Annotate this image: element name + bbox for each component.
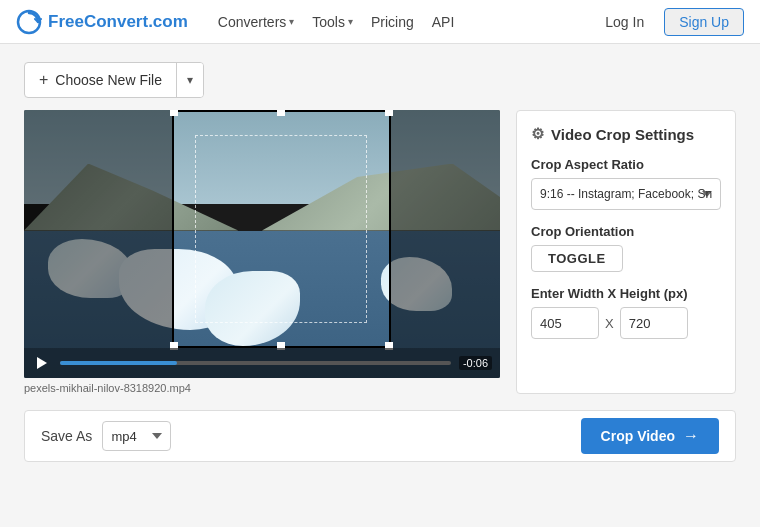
main-nav: Converters ▾ Tools ▾ Pricing API xyxy=(218,14,575,30)
choose-file-btn[interactable]: + Choose New File ▾ xyxy=(24,62,204,98)
nav-pricing[interactable]: Pricing xyxy=(371,14,414,30)
settings-panel: ⚙ Video Crop Settings Crop Aspect Ratio … xyxy=(516,110,736,394)
format-select[interactable]: mp4 avi mov mkv webm xyxy=(102,421,171,451)
logo-text: FreeConvert.com xyxy=(48,12,188,32)
choose-file-dropdown[interactable]: ▾ xyxy=(176,63,203,97)
bottom-bar: Save As mp4 avi mov mkv webm Crop Video … xyxy=(24,410,736,462)
crop-aspect-ratio-label: Crop Aspect Ratio xyxy=(531,157,721,172)
crop-overlay[interactable] xyxy=(24,110,500,348)
top-bar: + Choose New File ▾ xyxy=(24,62,736,98)
logo[interactable]: FreeConvert.com xyxy=(16,9,188,35)
play-icon xyxy=(37,357,47,369)
choose-file-label: Choose New File xyxy=(55,72,162,88)
gear-icon: ⚙ xyxy=(531,125,544,143)
chevron-down-icon: ▾ xyxy=(348,16,353,27)
dimensions-section: Enter Width X Height (px) 405 X 720 xyxy=(531,286,721,339)
progress-fill xyxy=(60,361,177,365)
video-container: -0:06 xyxy=(24,110,500,378)
login-button[interactable]: Log In xyxy=(595,9,654,35)
x-label: X xyxy=(605,316,614,331)
crop-video-button[interactable]: Crop Video → xyxy=(581,418,719,454)
chevron-down-icon: ▾ xyxy=(289,16,294,27)
crop-handle-tm[interactable] xyxy=(277,110,285,116)
nav-converters[interactable]: Converters ▾ xyxy=(218,14,294,30)
time-display: -0:06 xyxy=(459,356,492,370)
width-input[interactable]: 405 xyxy=(531,307,599,339)
play-button[interactable] xyxy=(32,353,52,373)
video-controls: -0:06 xyxy=(24,348,500,378)
crop-handle-tl[interactable] xyxy=(170,110,178,116)
dimensions-row: 405 X 720 xyxy=(531,307,721,339)
save-as-label: Save As xyxy=(41,428,92,444)
chevron-down-icon: ▾ xyxy=(187,73,193,87)
height-input[interactable]: 720 xyxy=(620,307,688,339)
signup-button[interactable]: Sign Up xyxy=(664,8,744,36)
nav-api[interactable]: API xyxy=(432,14,455,30)
crop-video-label: Crop Video xyxy=(601,428,675,444)
toggle-button[interactable]: TOGGLE xyxy=(531,245,623,272)
plus-icon: + xyxy=(39,71,48,89)
header-right: Log In Sign Up xyxy=(595,8,744,36)
settings-title-text: Video Crop Settings xyxy=(551,126,694,143)
crop-aspect-ratio-section: Crop Aspect Ratio 9:16 -- Instagram; Fac… xyxy=(531,157,721,210)
choose-file-main[interactable]: + Choose New File xyxy=(25,63,176,97)
logo-icon xyxy=(16,9,42,35)
dimensions-label: Enter Width X Height (px) xyxy=(531,286,721,301)
crop-handle-tr[interactable] xyxy=(385,110,393,116)
crop-dark-left xyxy=(24,110,172,348)
nav-tools[interactable]: Tools ▾ xyxy=(312,14,353,30)
crop-frame[interactable] xyxy=(172,110,391,348)
content-area: -0:06 pexels-mikhail-nilov-8318920.mp4 ⚙… xyxy=(24,110,736,394)
video-panel: -0:06 pexels-mikhail-nilov-8318920.mp4 xyxy=(24,110,500,394)
filename: pexels-mikhail-nilov-8318920.mp4 xyxy=(24,382,500,394)
crop-orientation-label: Crop Orientation xyxy=(531,224,721,239)
crop-dashed-inner xyxy=(195,135,367,322)
crop-dark-right xyxy=(391,110,500,348)
crop-aspect-ratio-select[interactable]: 9:16 -- Instagram; Facebook; Sn 1:1 -- S… xyxy=(531,178,721,210)
settings-title: ⚙ Video Crop Settings xyxy=(531,125,721,143)
main-content: + Choose New File ▾ xyxy=(0,44,760,527)
crop-orientation-section: Crop Orientation TOGGLE xyxy=(531,224,721,272)
arrow-icon: → xyxy=(683,427,699,445)
progress-bar[interactable] xyxy=(60,361,451,365)
header: FreeConvert.com Converters ▾ Tools ▾ Pri… xyxy=(0,0,760,44)
